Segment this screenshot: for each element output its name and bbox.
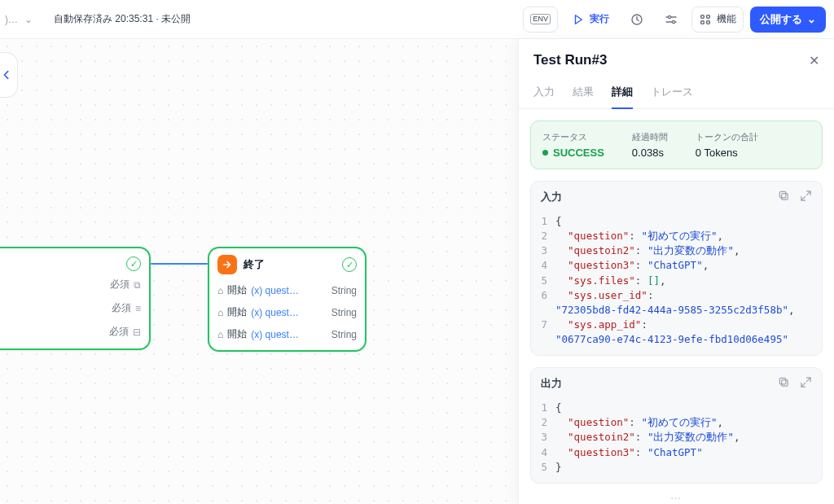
run-button[interactable]: 実行	[564, 7, 617, 33]
svg-rect-9	[782, 380, 788, 387]
copy-button[interactable]	[778, 190, 790, 204]
output-row: ⌂開始(x) questo… String	[217, 301, 357, 323]
svg-rect-6	[707, 20, 710, 24]
topbar-right: ENV 実行 機能 公開する ⌄	[523, 7, 826, 33]
variable-row: 3 必須⊟	[0, 320, 141, 344]
list-icon: ≡	[135, 303, 141, 314]
topbar-left: )… ⌄ 自動保存済み 20:35:31 · 未公開	[5, 12, 191, 26]
text-block-icon: ⧉	[134, 279, 141, 291]
svg-point-2	[672, 20, 674, 23]
topbar: )… ⌄ 自動保存済み 20:35:31 · 未公開 ENV 実行	[0, 0, 834, 39]
chevron-down-icon[interactable]: ⌄	[24, 14, 33, 25]
check-icon: ✓	[126, 256, 141, 271]
node-end[interactable]: 終了 ✓ ⌂開始(x) questi… String ⌂開始(x) questo…	[208, 247, 367, 352]
tab-trace[interactable]: トレース	[651, 78, 693, 108]
tab-detail[interactable]: 詳細	[612, 78, 633, 109]
home-icon: ⌂	[217, 307, 223, 318]
variable-row: 2 必須≡	[0, 296, 141, 320]
svg-rect-4	[707, 15, 710, 18]
end-node-icon	[217, 255, 237, 274]
svg-rect-3	[701, 15, 705, 18]
status-dot-icon	[542, 150, 548, 156]
node-start[interactable]: ✓ 必須⧉ 2 必須≡ 3 必須⊟	[0, 247, 151, 350]
output-json: 1{2 "question": "初めての実行",3 "questoin2": …	[531, 397, 822, 483]
svg-point-1	[668, 15, 670, 18]
clock-icon	[630, 13, 643, 26]
output-json-card: 出力 1{2 "question": "初めての実行",3 "questoin2…	[530, 367, 823, 484]
history-button[interactable]	[623, 7, 651, 33]
cube-icon: ⊟	[133, 327, 141, 338]
output-row: ⌂開始(x) questi… String	[217, 279, 357, 301]
tab-input[interactable]: 入力	[533, 78, 555, 108]
node-title: 終了	[244, 257, 265, 272]
input-json: 1{2 "question": "初めての実行",3 "questoin2": …	[531, 211, 822, 355]
grid-icon	[699, 13, 712, 26]
svg-rect-7	[782, 194, 788, 200]
autosave-label: 自動保存済み 20:35:31 · 未公開	[54, 12, 191, 26]
panel-tabs: 入力 結果 詳細 トレース	[519, 73, 834, 109]
svg-rect-5	[701, 20, 705, 24]
copy-button[interactable]	[778, 376, 790, 391]
panel-title: Test Run#3	[533, 52, 607, 68]
status-card: ステータス SUCCESS 経過時間 0.038s トークンの合計 0 Toke…	[530, 121, 823, 169]
sliders-icon	[665, 13, 678, 26]
expand-button[interactable]	[800, 376, 812, 391]
publish-button[interactable]: 公開する ⌄	[750, 7, 826, 33]
chevron-down-icon: ⌄	[807, 13, 816, 25]
input-json-card: 入力 1{2 "question": "初めての実行",3 "questoin2…	[530, 181, 823, 356]
test-run-panel: Test Run#3 ✕ 入力 結果 詳細 トレース ステータス SUCCESS…	[518, 39, 834, 504]
home-icon: ⌂	[217, 285, 223, 296]
output-row: ⌂開始(x) questi… String	[217, 323, 357, 345]
check-icon: ✓	[342, 257, 357, 272]
features-button[interactable]: 機能	[691, 7, 744, 33]
close-button[interactable]: ✕	[809, 53, 819, 68]
output-card-title: 出力	[541, 376, 562, 391]
env-button[interactable]: ENV	[523, 7, 558, 33]
tab-result[interactable]: 結果	[573, 78, 594, 108]
collapse-sidebar-button[interactable]	[0, 52, 18, 98]
home-icon: ⌂	[217, 329, 223, 340]
settings-sliders-button[interactable]	[657, 7, 685, 33]
expand-button[interactable]	[800, 190, 812, 204]
edge-connector	[151, 263, 208, 265]
variable-row: 必須⧉	[0, 273, 141, 296]
svg-rect-8	[779, 191, 786, 198]
input-card-title: 入力	[541, 190, 562, 204]
title-truncated: )…	[5, 14, 18, 25]
play-icon	[572, 13, 585, 26]
more-indicator: ⋯	[530, 484, 823, 504]
svg-rect-10	[779, 378, 786, 384]
